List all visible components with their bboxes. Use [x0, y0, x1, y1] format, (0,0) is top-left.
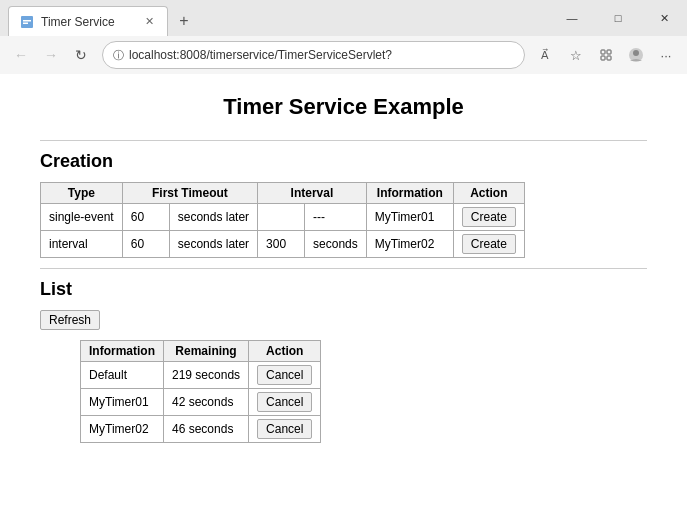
minimize-button[interactable]: —	[549, 2, 595, 34]
page-content: Timer Service Example Creation Type Firs…	[0, 74, 687, 529]
divider-middle	[40, 268, 647, 269]
list-cell-action[interactable]: Cancel	[249, 389, 321, 416]
creation-heading: Creation	[40, 151, 647, 172]
new-tab-button[interactable]: +	[172, 9, 196, 33]
list-cell-remaining: 219 seconds	[164, 362, 249, 389]
interval-input[interactable]	[266, 237, 296, 251]
list-cell-action[interactable]: Cancel	[249, 416, 321, 443]
cancel-button[interactable]: Cancel	[257, 419, 312, 439]
favorites-button[interactable]: ☆	[563, 42, 589, 68]
cell-interval-value[interactable]	[258, 231, 305, 258]
cell-action[interactable]: Create	[453, 231, 524, 258]
address-text: localhost:8008/timerservice/TimerService…	[129, 48, 514, 62]
cell-interval-value[interactable]	[258, 204, 305, 231]
list-table: Information Remaining Action Default 219…	[80, 340, 321, 443]
svg-point-9	[633, 50, 639, 56]
window-controls: — □ ✕	[549, 0, 687, 36]
svg-rect-0	[21, 16, 33, 28]
create-button[interactable]: Create	[462, 207, 516, 227]
list-table-row: MyTimer01 42 seconds Cancel	[81, 389, 321, 416]
close-button[interactable]: ✕	[641, 2, 687, 34]
tab-bar: Timer Service ✕ + — □ ✕	[0, 0, 687, 36]
col-first-timeout: First Timeout	[122, 183, 257, 204]
svg-rect-1	[23, 20, 31, 22]
divider-top	[40, 140, 647, 141]
settings-button[interactable]: ···	[653, 42, 679, 68]
creation-table: Type First Timeout Interval Information …	[40, 182, 525, 258]
cell-type: interval	[41, 231, 123, 258]
svg-rect-2	[23, 22, 28, 24]
cancel-button[interactable]: Cancel	[257, 392, 312, 412]
list-col-action: Action	[249, 341, 321, 362]
tab-close-button[interactable]: ✕	[141, 14, 157, 30]
reload-button[interactable]: ↻	[68, 42, 94, 68]
information-input[interactable]	[375, 210, 445, 224]
toolbar-actions: A⃗ ☆ ···	[533, 42, 679, 68]
creation-table-row: single-event seconds later --- Create	[41, 204, 525, 231]
profile-button[interactable]	[623, 42, 649, 68]
list-cell-remaining: 42 seconds	[164, 389, 249, 416]
interval-input[interactable]	[266, 210, 296, 224]
browser-toolbar: ← → ↻ ⓘ localhost:8008/timerservice/Time…	[0, 36, 687, 74]
cell-timeout-value[interactable]	[122, 231, 169, 258]
list-cell-information: MyTimer02	[81, 416, 164, 443]
cell-interval-label: ---	[305, 204, 367, 231]
creation-table-header-row: Type First Timeout Interval Information …	[41, 183, 525, 204]
forward-button[interactable]: →	[38, 42, 64, 68]
svg-rect-4	[601, 50, 605, 54]
tab-title: Timer Service	[41, 15, 141, 29]
list-cell-information: Default	[81, 362, 164, 389]
col-interval: Interval	[258, 183, 367, 204]
svg-rect-5	[607, 50, 611, 54]
collections-button[interactable]	[593, 42, 619, 68]
list-col-information: Information	[81, 341, 164, 362]
cell-interval-label: seconds	[305, 231, 367, 258]
list-table-header-row: Information Remaining Action	[81, 341, 321, 362]
col-information: Information	[366, 183, 453, 204]
cell-information[interactable]	[366, 204, 453, 231]
cancel-button[interactable]: Cancel	[257, 365, 312, 385]
active-tab[interactable]: Timer Service ✕	[8, 6, 168, 36]
cell-type: single-event	[41, 204, 123, 231]
timeout-input[interactable]	[131, 210, 161, 224]
list-table-container: Information Remaining Action Default 219…	[80, 340, 647, 443]
list-col-remaining: Remaining	[164, 341, 249, 362]
svg-rect-6	[601, 56, 605, 60]
maximize-button[interactable]: □	[595, 2, 641, 34]
lock-icon: ⓘ	[113, 48, 124, 63]
refresh-button[interactable]: Refresh	[40, 310, 100, 330]
cell-timeout-label: seconds later	[169, 204, 257, 231]
page-title: Timer Service Example	[40, 94, 647, 120]
list-cell-remaining: 46 seconds	[164, 416, 249, 443]
list-section: List Refresh Information Remaining Actio…	[40, 279, 647, 443]
tab-icon	[19, 14, 35, 30]
information-input[interactable]	[375, 237, 445, 251]
read-aloud-button[interactable]: A⃗	[533, 42, 559, 68]
address-bar[interactable]: ⓘ localhost:8008/timerservice/TimerServi…	[102, 41, 525, 69]
timeout-input[interactable]	[131, 237, 161, 251]
svg-rect-7	[607, 56, 611, 60]
cell-information[interactable]	[366, 231, 453, 258]
list-table-row: Default 219 seconds Cancel	[81, 362, 321, 389]
col-action: Action	[453, 183, 524, 204]
creation-section: Creation Type First Timeout Interval Inf…	[40, 151, 647, 258]
list-heading: List	[40, 279, 647, 300]
col-type: Type	[41, 183, 123, 204]
cell-action[interactable]: Create	[453, 204, 524, 231]
back-button[interactable]: ←	[8, 42, 34, 68]
list-cell-information: MyTimer01	[81, 389, 164, 416]
creation-table-row: interval seconds later seconds Create	[41, 231, 525, 258]
cell-timeout-label: seconds later	[169, 231, 257, 258]
list-cell-action[interactable]: Cancel	[249, 362, 321, 389]
list-table-row: MyTimer02 46 seconds Cancel	[81, 416, 321, 443]
cell-timeout-value[interactable]	[122, 204, 169, 231]
svg-text:A⃗: A⃗	[541, 48, 549, 61]
create-button[interactable]: Create	[462, 234, 516, 254]
